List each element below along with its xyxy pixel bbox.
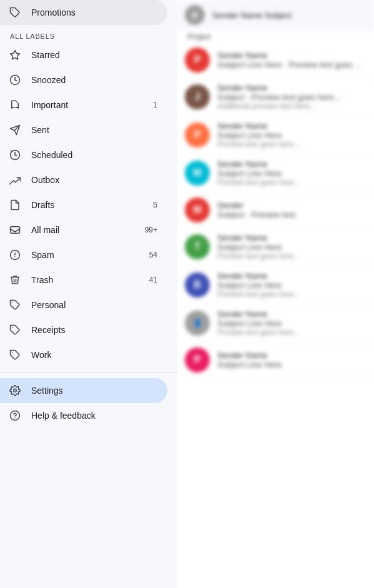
sidebar-item-important-label: Important	[31, 100, 153, 110]
sidebar-item-help[interactable]: Help & feedback	[0, 403, 167, 428]
email-item[interactable]: T Sender Name Subject Line Here Preview …	[177, 228, 374, 266]
email-sender: Sender Name	[217, 159, 367, 169]
sidebar-item-outbox[interactable]: Outbox	[0, 167, 167, 192]
trash-icon	[7, 272, 22, 287]
email-subject: Subject Line Here	[217, 319, 367, 328]
help-icon	[7, 408, 22, 423]
email-preview: Preview text goes here...	[217, 290, 367, 299]
email-content: Sender Name Subject Line Here	[217, 351, 367, 369]
email-content: Sender Name Subject Line Here · Preview …	[217, 51, 367, 69]
sidebar-item-important-badge: 1	[153, 101, 157, 109]
clock-icon	[7, 72, 22, 87]
email-preview: Preview text goes here...	[217, 328, 367, 337]
spam-icon	[7, 247, 22, 262]
avatar: B	[185, 272, 210, 297]
sidebar-item-sent[interactable]: Sent	[0, 117, 167, 142]
email-sender: Sender Name	[217, 309, 367, 319]
sidebar-item-work[interactable]: Work	[0, 342, 167, 367]
avatar: P	[185, 347, 210, 372]
avatar: P	[185, 122, 210, 147]
email-item[interactable]: B Sender Name Subject Line Here Preview …	[177, 266, 374, 304]
sidebar: Promotions ALL LABELS Starred Snoozed Im…	[0, 0, 177, 588]
email-sender: Sender Name	[217, 351, 367, 360]
sidebar-item-drafts[interactable]: Drafts 5	[0, 192, 167, 217]
sidebar-item-receipts-label: Receipts	[31, 325, 157, 335]
sidebar-item-help-label: Help & feedback	[31, 411, 157, 421]
sidebar-item-sent-label: Sent	[31, 125, 157, 135]
sidebar-item-spam[interactable]: Spam 54	[0, 242, 167, 267]
sidebar-item-promotions-label: Promotions	[31, 7, 157, 17]
avatar: M	[185, 197, 210, 222]
email-item[interactable]: P Sender Name Subject Line Here	[177, 342, 374, 378]
settings-icon	[7, 383, 22, 398]
sidebar-item-drafts-badge: 5	[153, 201, 157, 209]
email-content: Sender Name Subject Line Here Preview te…	[217, 309, 367, 337]
top-email-item[interactable]: R Sender Name Subject	[177, 0, 374, 30]
sidebar-item-settings-label: Settings	[31, 386, 157, 396]
sidebar-item-promotions[interactable]: Promotions	[0, 0, 167, 25]
label-icon-work	[7, 347, 22, 362]
svg-point-14	[14, 389, 17, 392]
email-subject: Subject · Preview text goes here...	[217, 92, 367, 102]
email-sender: Sender Name	[217, 83, 367, 92]
email-content: Sender Name Subject · Preview text goes …	[217, 83, 367, 111]
sidebar-item-personal-label: Personal	[31, 300, 157, 310]
email-subject: Subject Line Here	[217, 131, 367, 140]
email-content: Sender Name Subject Line Here Preview te…	[217, 159, 367, 187]
avatar: 👤	[185, 311, 210, 336]
allmail-icon	[7, 222, 22, 237]
main-content: R Sender Name Subject Project P Sender N…	[177, 0, 374, 588]
email-sender: Sender Name	[217, 51, 367, 60]
email-content: Sender Name Subject Line Here Preview te…	[217, 271, 367, 299]
email-subject: Subject Line Here · Preview text goes he…	[217, 60, 367, 69]
star-icon	[7, 47, 22, 62]
email-item[interactable]: J Sender Name Subject · Preview text goe…	[177, 78, 374, 116]
sidebar-item-personal[interactable]: Personal	[0, 292, 167, 317]
scheduled-icon	[7, 147, 22, 162]
sidebar-item-snoozed[interactable]: Snoozed	[0, 67, 167, 92]
email-item[interactable]: P Sender Name Subject Line Here Preview …	[177, 116, 374, 154]
email-content: Sender Name Subject Line Here Preview te…	[217, 233, 367, 261]
email-item[interactable]: 👤 Sender Name Subject Line Here Preview …	[177, 304, 374, 342]
sidebar-item-drafts-label: Drafts	[31, 200, 153, 210]
email-subject: Subject Line Here	[217, 169, 367, 178]
sidebar-item-all-mail-badge: 99+	[145, 226, 157, 234]
email-item[interactable]: P Sender Name Subject Line Here · Previe…	[177, 42, 374, 78]
sidebar-item-starred[interactable]: Starred	[0, 42, 167, 67]
tag-icon	[7, 5, 22, 20]
sidebar-item-trash[interactable]: Trash 41	[0, 267, 167, 292]
email-subject: Subject Line Here	[217, 242, 367, 252]
email-subject: Subject · Preview text	[217, 210, 367, 219]
label-icon-personal	[7, 297, 22, 312]
divider	[0, 372, 177, 373]
email-item[interactable]: M Sender Subject · Preview text	[177, 192, 374, 228]
email-item[interactable]: M Sender Name Subject Line Here Preview …	[177, 154, 374, 192]
email-sender: Sender Name	[217, 121, 367, 131]
svg-marker-1	[11, 51, 20, 59]
email-preview: Preview text goes here...	[217, 178, 367, 187]
sidebar-item-scheduled[interactable]: Scheduled	[0, 142, 167, 167]
email-preview: Preview text goes here...	[217, 252, 367, 261]
sidebar-item-settings[interactable]: Settings	[0, 378, 167, 403]
email-subject: Subject Line Here	[217, 360, 367, 369]
sidebar-item-scheduled-label: Scheduled	[31, 150, 157, 160]
email-preview: Preview text goes here...	[217, 140, 367, 149]
email-preview: Additional preview text here...	[217, 102, 367, 111]
sent-icon	[7, 122, 22, 137]
avatar: P	[185, 47, 210, 72]
sidebar-item-all-mail[interactable]: All mail 99+	[0, 217, 167, 242]
avatar: M	[185, 161, 210, 186]
sidebar-item-important[interactable]: Important 1	[0, 92, 167, 117]
label-icon-receipts	[7, 322, 22, 337]
email-section-label: Project	[177, 30, 374, 42]
avatar: R	[185, 5, 205, 25]
sidebar-item-receipts[interactable]: Receipts	[0, 317, 167, 342]
all-labels-header: ALL LABELS	[0, 25, 177, 42]
sidebar-item-trash-badge: 41	[149, 276, 157, 284]
sidebar-item-spam-label: Spam	[31, 250, 149, 260]
email-subject: Subject Line Here	[217, 281, 367, 290]
email-sender: Sender Name	[217, 233, 367, 242]
sidebar-item-work-label: Work	[31, 350, 157, 360]
avatar: T	[185, 234, 210, 259]
sidebar-item-snoozed-label: Snoozed	[31, 75, 157, 85]
